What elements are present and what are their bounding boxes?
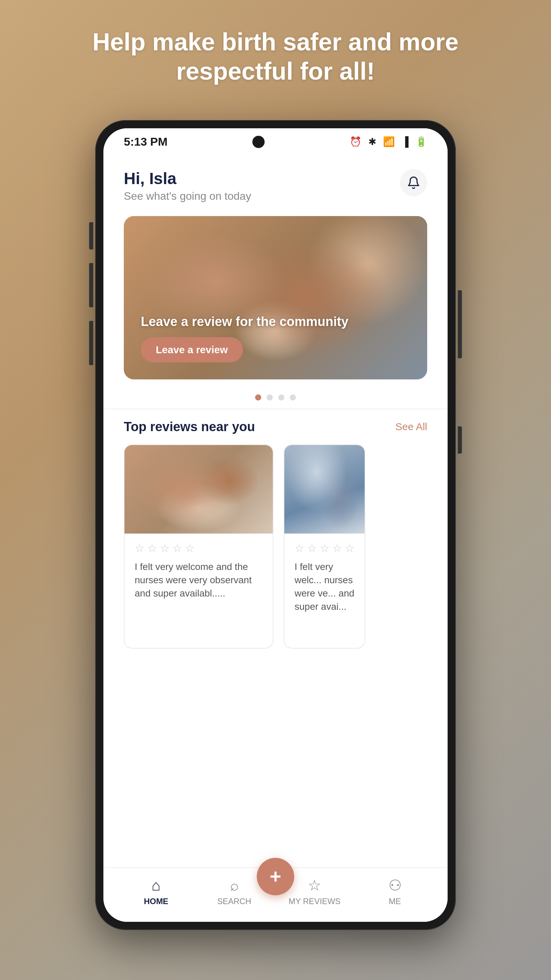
wifi-icon: 📶 (383, 136, 395, 147)
star-3: ☆ (160, 542, 170, 555)
review-card-2-image (284, 445, 365, 533)
battery-icon: 🔋 (415, 136, 427, 147)
search-label: SEARCH (218, 897, 251, 906)
status-time: 5:13 PM (124, 135, 168, 148)
review-card-1-image (124, 445, 273, 533)
dot-4[interactable] (290, 395, 296, 401)
review-card-1-img-inner (124, 445, 273, 533)
camera-dot (252, 136, 265, 148)
review-card-1-text: I felt very welcome and the nurses were … (135, 560, 263, 600)
star-4: ☆ (172, 542, 182, 555)
star-outline-icon: ☆ (308, 877, 321, 894)
bell-icon (407, 176, 421, 189)
carousel-dots (103, 395, 448, 401)
greeting-block: Hi, Isla See what's going on today (124, 169, 251, 202)
alarm-icon: ⏰ (349, 136, 362, 147)
fab-add-button[interactable] (257, 858, 294, 895)
star-2-1: ☆ (295, 542, 305, 555)
review-card-2-img-inner (284, 445, 365, 533)
power-btn (458, 290, 462, 358)
vol-down-btn (89, 321, 93, 365)
hero-card-bg: Leave a review for the community Leave a… (124, 216, 427, 379)
review-card-2-stars: ☆ ☆ ☆ ☆ ☆ (295, 542, 354, 555)
person-icon: ⚇ (388, 877, 402, 894)
home-icon: ⌂ (152, 877, 161, 894)
signal-icon: ▐ (402, 137, 408, 147)
nav-item-me[interactable]: ⚇ ME (371, 877, 419, 906)
nav-item-home[interactable]: ⌂ HOME (132, 877, 180, 906)
app-header: Hi, Isla See what's going on today (103, 156, 448, 209)
section-header: Top reviews near you See All (103, 420, 448, 434)
greeting-subtitle: See what's going on today (124, 190, 251, 202)
notification-button[interactable] (400, 169, 427, 196)
home-label: HOME (144, 897, 168, 906)
nav-item-search[interactable]: ⌕ SEARCH (211, 877, 258, 906)
hero-card: Leave a review for the community Leave a… (124, 216, 427, 379)
phone-device: 5:13 PM ⏰ ✱ 📶 ▐ 🔋 Hi, Isla See what's go… (95, 120, 456, 930)
star-1: ☆ (135, 542, 144, 555)
review-card-1-stars: ☆ ☆ ☆ ☆ ☆ (135, 542, 263, 555)
plus-icon (267, 868, 284, 885)
see-all-button[interactable]: See All (395, 421, 427, 433)
bluetooth-icon: ✱ (368, 136, 376, 147)
bottom-nav: ⌂ HOME ⌕ SEARCH ☆ MY REVIEWS ⚇ ME (103, 867, 448, 922)
section-divider (103, 409, 448, 409)
greeting-name: Hi, Isla (124, 169, 251, 188)
nav-item-my-reviews[interactable]: ☆ MY REVIEWS (288, 877, 340, 906)
phone-screen: 5:13 PM ⏰ ✱ 📶 ▐ 🔋 Hi, Isla See what's go… (103, 128, 448, 922)
power-btn-2 (458, 426, 462, 453)
leave-review-button[interactable]: Leave a review (141, 337, 243, 363)
star-2-4: ☆ (332, 542, 342, 555)
dot-2[interactable] (267, 395, 273, 401)
review-card-1-body: ☆ ☆ ☆ ☆ ☆ I felt very welcome and the nu… (124, 533, 273, 608)
status-bar: 5:13 PM ⏰ ✱ 📶 ▐ 🔋 (103, 128, 448, 156)
search-icon: ⌕ (230, 877, 239, 894)
my-reviews-label: MY REVIEWS (288, 897, 340, 906)
review-card-2-body: ☆ ☆ ☆ ☆ ☆ I felt very welc... nurses wer… (284, 533, 365, 622)
me-label: ME (389, 897, 401, 906)
review-card-2-text: I felt very welc... nurses were ve... an… (295, 560, 354, 614)
dot-1[interactable] (255, 395, 261, 401)
star-2-5: ☆ (345, 542, 355, 555)
review-card-2: ☆ ☆ ☆ ☆ ☆ I felt very welc... nurses wer… (284, 444, 365, 649)
section-title: Top reviews near you (124, 420, 255, 434)
dot-3[interactable] (278, 395, 284, 401)
page-hero-text: Help make birth safer and more respectfu… (71, 27, 480, 86)
review-card-1: ☆ ☆ ☆ ☆ ☆ I felt very welcome and the nu… (124, 444, 273, 649)
hero-card-title: Leave a review for the community (141, 314, 348, 329)
star-2-2: ☆ (307, 542, 317, 555)
star-2-3: ☆ (320, 542, 330, 555)
star-2: ☆ (147, 542, 157, 555)
vol-up-btn (89, 263, 93, 307)
status-icons: ⏰ ✱ 📶 ▐ 🔋 (349, 136, 427, 147)
star-5: ☆ (185, 542, 195, 555)
hero-card-content: Leave a review for the community Leave a… (141, 314, 348, 363)
app-content: Hi, Isla See what's going on today Leave… (103, 156, 448, 867)
review-cards-row: ☆ ☆ ☆ ☆ ☆ I felt very welcome and the nu… (103, 444, 448, 662)
vol-mute-btn (89, 222, 93, 250)
